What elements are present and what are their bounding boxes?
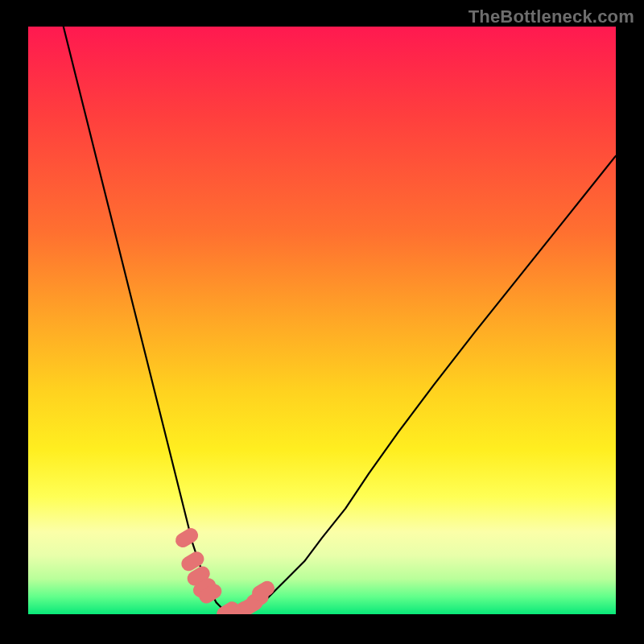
- marker-cluster: [183, 535, 267, 613]
- chart-frame: TheBottleneck.com: [0, 0, 644, 644]
- marker-dot: [188, 559, 196, 564]
- bottleneck-curve: [64, 27, 616, 614]
- marker-dot: [195, 574, 203, 579]
- plot-area: [28, 27, 616, 614]
- marker-dot: [183, 535, 191, 540]
- marker-dot: [206, 591, 214, 596]
- marker-dot: [259, 588, 267, 593]
- curve-svg: [28, 27, 616, 614]
- watermark-text: TheBottleneck.com: [469, 6, 634, 27]
